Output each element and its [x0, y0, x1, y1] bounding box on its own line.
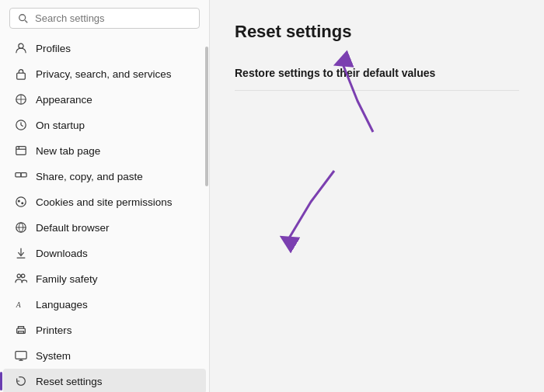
scrollbar-thumb: [205, 47, 208, 186]
search-container: [0, 0, 209, 35]
printers-icon: [14, 323, 28, 337]
sidebar-item-label-share: Share, copy, and paste: [36, 171, 143, 182]
sidebar-item-label-cookies: Cookies and site permissions: [36, 196, 173, 208]
sidebar-item-label-languages: Languages: [36, 299, 88, 310]
browser-icon: [14, 220, 28, 234]
sidebar-item-downloads[interactable]: Downloads: [3, 241, 206, 265]
restore-settings-item[interactable]: Restore settings to their default values: [235, 56, 519, 91]
search-icon: [18, 13, 29, 24]
startup-icon: [14, 118, 28, 132]
svg-rect-12: [21, 173, 26, 177]
nav-list: ProfilesPrivacy, search, and servicesApp…: [0, 35, 209, 392]
sidebar-item-share[interactable]: Share, copy, and paste: [3, 164, 206, 189]
sidebar-item-family[interactable]: Family safety: [3, 266, 206, 291]
sidebar-item-privacy[interactable]: Privacy, search, and services: [3, 61, 206, 86]
main-content: Reset settings Restore settings to their…: [210, 0, 544, 392]
sidebar-item-label-startup: On startup: [36, 120, 85, 131]
restore-settings-label: Restore settings to their default values: [235, 67, 435, 79]
sidebar-item-languages[interactable]: ALanguages: [3, 292, 206, 317]
svg-rect-11: [16, 173, 21, 177]
share-icon: [14, 169, 28, 183]
sidebar-item-label-appearance: Appearance: [36, 94, 92, 106]
search-input[interactable]: [35, 12, 191, 24]
svg-rect-23: [18, 331, 23, 334]
system-icon: [14, 349, 28, 363]
svg-rect-24: [16, 352, 26, 359]
sidebar-item-label-reset: Reset settings: [36, 376, 103, 387]
annotation-arrow-down: [256, 163, 357, 264]
svg-point-13: [16, 197, 26, 206]
sidebar-item-cookies[interactable]: Cookies and site permissions: [3, 189, 206, 214]
svg-rect-8: [16, 147, 26, 155]
sidebar-item-profiles[interactable]: Profiles: [3, 36, 206, 61]
sidebar-item-browser[interactable]: Default browser: [3, 215, 206, 240]
cookies-icon: [14, 195, 28, 209]
svg-point-19: [17, 274, 20, 277]
sidebar-item-label-printers: Printers: [36, 324, 72, 336]
svg-point-20: [21, 274, 24, 277]
svg-text:A: A: [16, 300, 21, 309]
svg-line-1: [25, 20, 27, 23]
sidebar-item-label-downloads: Downloads: [36, 248, 88, 259]
family-icon: [14, 272, 28, 286]
languages-icon: A: [14, 297, 28, 311]
svg-point-14: [18, 200, 19, 202]
sidebar-item-label-family: Family safety: [36, 273, 98, 285]
privacy-icon: [14, 67, 28, 81]
sidebar-item-label-profiles: Profiles: [36, 43, 71, 54]
svg-point-0: [19, 14, 26, 20]
appearance-icon: [14, 92, 28, 106]
sidebar-item-system[interactable]: System: [3, 343, 206, 368]
page-title: Reset settings: [235, 22, 519, 42]
profiles-icon: [14, 41, 28, 55]
reset-icon: [14, 374, 28, 388]
sidebar-item-label-browser: Default browser: [36, 222, 110, 234]
sidebar-item-reset[interactable]: Reset settings: [3, 369, 206, 392]
downloads-icon: [14, 246, 28, 260]
sidebar-item-label-system: System: [36, 350, 71, 362]
sidebar-item-label-privacy: Privacy, search, and services: [36, 68, 172, 80]
sidebar-item-label-newtab: New tab page: [36, 145, 100, 157]
sidebar-item-printers[interactable]: Printers: [3, 317, 206, 342]
svg-rect-3: [17, 73, 26, 79]
svg-line-7: [21, 125, 23, 127]
sidebar-item-startup[interactable]: On startup: [3, 113, 206, 137]
sidebar: ProfilesPrivacy, search, and servicesApp…: [0, 0, 210, 392]
sidebar-item-appearance[interactable]: Appearance: [3, 87, 206, 112]
svg-point-15: [22, 203, 23, 204]
scrollbar-track[interactable]: [204, 0, 209, 392]
sidebar-item-newtab[interactable]: New tab page: [3, 138, 206, 163]
search-box[interactable]: [9, 8, 200, 29]
newtab-icon: [14, 144, 28, 158]
